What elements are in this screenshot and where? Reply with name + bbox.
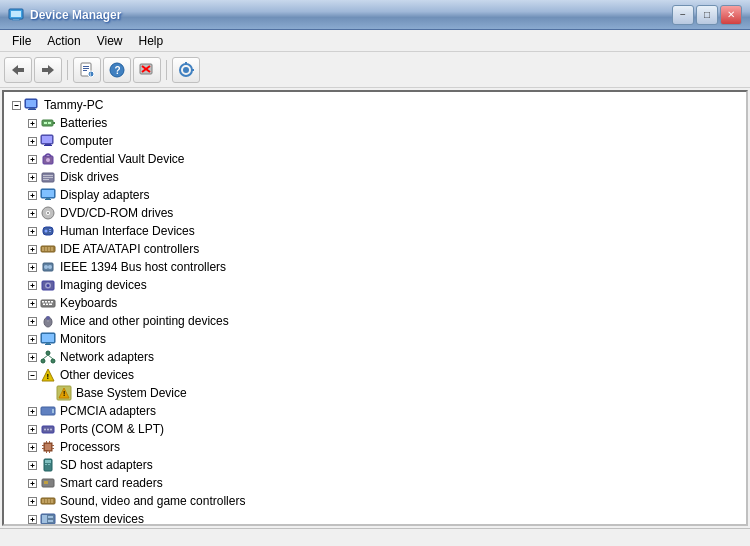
device-tree[interactable]: Tammy-PCBatteriesComputerCredential Vaul… — [4, 92, 746, 524]
svg-rect-81 — [48, 247, 50, 251]
menu-item-file[interactable]: File — [4, 32, 39, 50]
tree-item-21[interactable]: Smart card readers — [4, 474, 746, 492]
expand-btn-12[interactable] — [24, 313, 40, 329]
uninstall-button[interactable] — [133, 57, 161, 83]
svg-rect-158 — [46, 451, 47, 453]
expand-btn-6[interactable] — [24, 205, 40, 221]
expand-btn-2[interactable] — [24, 133, 40, 149]
expand-btn-17[interactable] — [24, 403, 40, 419]
tree-item-1[interactable]: Batteries — [4, 114, 746, 132]
item-icon-5 — [40, 187, 56, 203]
menu-item-help[interactable]: Help — [131, 32, 172, 50]
item-icon-20 — [40, 457, 56, 473]
expand-btn-4[interactable] — [24, 169, 40, 185]
close-button[interactable]: ✕ — [720, 5, 742, 25]
properties-button[interactable]: i — [73, 57, 101, 83]
scan-button[interactable] — [172, 57, 200, 83]
svg-point-20 — [183, 67, 189, 73]
svg-rect-79 — [42, 247, 44, 251]
item-icon-21 — [40, 475, 56, 491]
svg-rect-184 — [42, 515, 47, 523]
item-icon-9 — [40, 259, 56, 275]
expand-btn-8[interactable] — [24, 241, 40, 257]
tree-item-23[interactable]: System devices — [4, 510, 746, 524]
svg-rect-82 — [51, 247, 53, 251]
expand-btn-19[interactable] — [24, 439, 40, 455]
item-icon-17 — [40, 403, 56, 419]
item-icon-15: ! — [40, 367, 56, 383]
svg-point-72 — [45, 230, 48, 233]
minimize-button[interactable]: − — [672, 5, 694, 25]
tree-item-9[interactable]: IEEE 1394 Bus host controllers — [4, 258, 746, 276]
svg-rect-159 — [49, 451, 50, 453]
expand-btn-7[interactable] — [24, 223, 40, 239]
svg-rect-34 — [44, 122, 47, 124]
tree-item-16[interactable]: !Base System Device — [4, 384, 746, 402]
item-label-18: Ports (COM & LPT) — [60, 422, 164, 436]
svg-point-145 — [47, 429, 49, 431]
svg-rect-154 — [52, 445, 54, 446]
svg-text:!: ! — [47, 372, 50, 381]
tree-item-0[interactable]: Tammy-PC — [4, 96, 746, 114]
tree-item-14[interactable]: Network adapters — [4, 348, 746, 366]
forward-button[interactable] — [34, 57, 62, 83]
expand-btn-0[interactable] — [8, 97, 24, 113]
expand-btn-5[interactable] — [24, 187, 40, 203]
tree-item-5[interactable]: Display adapters — [4, 186, 746, 204]
expand-btn-18[interactable] — [24, 421, 40, 437]
expand-btn-1[interactable] — [24, 115, 40, 131]
tree-item-11[interactable]: Keyboards — [4, 294, 746, 312]
title-bar: Device Manager − □ ✕ — [0, 0, 750, 30]
tree-item-4[interactable]: Disk drives — [4, 168, 746, 186]
svg-rect-9 — [83, 66, 89, 67]
tree-item-8[interactable]: IDE ATA/ATAPI controllers — [4, 240, 746, 258]
svg-rect-185 — [48, 516, 53, 518]
item-icon-14 — [40, 349, 56, 365]
tree-item-15[interactable]: !Other devices — [4, 366, 746, 384]
help-button[interactable]: ? — [103, 57, 131, 83]
svg-rect-41 — [45, 144, 51, 145]
expand-btn-23[interactable] — [24, 511, 40, 524]
svg-rect-53 — [43, 177, 53, 178]
menu-item-action[interactable]: Action — [39, 32, 88, 50]
svg-rect-103 — [51, 301, 53, 303]
expand-btn-20[interactable] — [24, 457, 40, 473]
tree-item-19[interactable]: Processors — [4, 438, 746, 456]
expand-btn-10[interactable] — [24, 277, 40, 293]
tree-item-2[interactable]: Computer — [4, 132, 746, 150]
tree-item-3[interactable]: Credential Vault Device — [4, 150, 746, 168]
menu-item-view[interactable]: View — [89, 32, 131, 50]
item-icon-10 — [40, 277, 56, 293]
expand-btn-21[interactable] — [24, 475, 40, 491]
svg-point-47 — [46, 158, 50, 162]
tree-item-20[interactable]: SD host adapters — [4, 456, 746, 474]
item-icon-12 — [40, 313, 56, 329]
tree-item-13[interactable]: Monitors — [4, 330, 746, 348]
expand-btn-22[interactable] — [24, 493, 40, 509]
back-button[interactable] — [4, 57, 32, 83]
svg-rect-52 — [43, 175, 53, 176]
tree-item-10[interactable]: Imaging devices — [4, 276, 746, 294]
expand-btn-14[interactable] — [24, 349, 40, 365]
tree-item-22[interactable]: Sound, video and game controllers — [4, 492, 746, 510]
svg-rect-2 — [13, 19, 19, 20]
tree-item-12[interactable]: Mice and other pointing devices — [4, 312, 746, 330]
svg-rect-105 — [46, 304, 48, 306]
expand-btn-11[interactable] — [24, 295, 40, 311]
tree-item-18[interactable]: Ports (COM & LPT) — [4, 420, 746, 438]
item-icon-18 — [40, 421, 56, 437]
item-icon-13 — [40, 331, 56, 347]
expand-btn-3[interactable] — [24, 151, 40, 167]
tree-item-17[interactable]: PCMCIA adapters — [4, 402, 746, 420]
tree-item-7[interactable]: Human Interface Devices — [4, 222, 746, 240]
tree-item-6[interactable]: DVD/CD-ROM drives — [4, 204, 746, 222]
svg-rect-11 — [83, 70, 87, 71]
expand-btn-15[interactable] — [24, 367, 40, 383]
item-label-22: Sound, video and game controllers — [60, 494, 245, 508]
svg-rect-42 — [44, 145, 52, 146]
expand-btn-13[interactable] — [24, 331, 40, 347]
expand-btn-9[interactable] — [24, 259, 40, 275]
item-icon-4 — [40, 169, 56, 185]
maximize-button[interactable]: □ — [696, 5, 718, 25]
item-label-19: Processors — [60, 440, 120, 454]
